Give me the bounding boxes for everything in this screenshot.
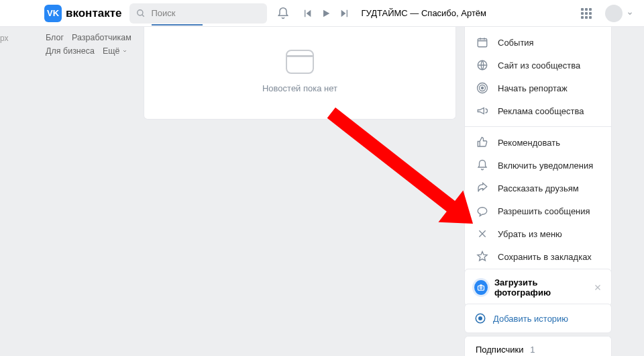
camera-icon xyxy=(474,280,488,295)
add-story-card[interactable]: Добавить историю xyxy=(464,304,612,333)
sidebar-item-label: События xyxy=(498,38,534,48)
thumbs-up-icon xyxy=(476,136,489,149)
subscribers-panel[interactable]: Подписчики 1 xyxy=(464,336,612,356)
sidebar-item-label: Рекомендовать xyxy=(498,138,560,148)
sidebar-item-label: Сайт из сообщества xyxy=(498,60,580,71)
svg-point-9 xyxy=(480,287,482,289)
apps-grid-icon[interactable] xyxy=(581,8,592,19)
logo-text: вконтакте xyxy=(66,7,121,20)
sidebar-item-recommend[interactable]: Рекомендовать xyxy=(465,131,611,154)
sidebar-item-label: Убрать из меню xyxy=(498,229,562,239)
play-icon xyxy=(321,8,331,19)
sidebar-item-label: Начать репортаж xyxy=(498,83,568,93)
globe-icon xyxy=(476,58,489,72)
calendar-icon xyxy=(476,36,489,49)
story-icon xyxy=(474,312,486,324)
sidebar-item-share[interactable]: Рассказать друзьям xyxy=(465,177,611,199)
next-track-button[interactable] xyxy=(335,4,354,23)
sidebar-item-ads[interactable]: Реклама сообщества xyxy=(465,99,611,122)
skip-forward-icon xyxy=(339,8,350,19)
sidebar-item-events[interactable]: События xyxy=(465,31,611,54)
pointer-arrow xyxy=(327,107,458,214)
logo[interactable]: VK вконтакте xyxy=(44,5,121,22)
prev-track-button[interactable] xyxy=(298,4,317,23)
chevron-down-icon xyxy=(627,10,633,17)
upload-photo-label: Загрузить фотографию xyxy=(494,277,587,298)
megaphone-icon xyxy=(476,104,489,118)
nav-blog[interactable]: Блог xyxy=(46,31,64,44)
x-icon xyxy=(476,227,489,240)
nav-developers[interactable]: Разработчикам xyxy=(72,31,131,44)
top-bar: VK вконтакте Поиск ГУДТАЙМС — Спасибо, А… xyxy=(0,0,644,27)
sidebar-item-label: Сохранить в закладках xyxy=(498,252,592,262)
profile-menu[interactable] xyxy=(605,5,633,22)
svg-rect-2 xyxy=(478,39,487,47)
divider xyxy=(465,126,611,127)
feed-panel: Новостей пока нет xyxy=(144,27,456,120)
star-icon xyxy=(476,250,489,263)
svg-point-0 xyxy=(138,9,143,15)
sidebar-item-remove-menu[interactable]: Убрать из меню xyxy=(465,222,611,245)
add-story-label: Добавить историю xyxy=(493,314,568,324)
sidebar-item-label: Реклама сообщества xyxy=(498,106,584,116)
chevron-down-icon xyxy=(122,48,127,54)
community-actions-panel: События Сайт из сообщества Начать репорт… xyxy=(464,27,612,298)
subscribers-count: 1 xyxy=(530,345,535,355)
logo-badge-icon: VK xyxy=(44,5,62,22)
search-placeholder: Поиск xyxy=(151,8,175,18)
sidebar-item-label: Рассказать друзьям xyxy=(498,183,579,193)
search-icon xyxy=(136,9,146,18)
sidebar-item-label: Включить уведомления xyxy=(498,161,593,171)
sidebar-item-site[interactable]: Сайт из сообщества xyxy=(465,54,611,77)
sidebar-item-label: Разрешить сообщения xyxy=(498,206,590,216)
avatar xyxy=(605,5,623,22)
empty-feed-icon xyxy=(286,50,314,74)
notifications-button[interactable] xyxy=(274,4,292,23)
share-icon xyxy=(476,181,489,195)
svg-line-1 xyxy=(142,14,144,16)
empty-feed-text: Новостей пока нет xyxy=(262,83,337,93)
skip-back-icon xyxy=(302,8,313,19)
bell-icon xyxy=(476,159,489,172)
close-icon xyxy=(594,283,602,292)
nav-business[interactable]: Для бизнеса xyxy=(46,44,95,58)
svg-point-4 xyxy=(482,87,484,89)
svg-point-11 xyxy=(479,317,482,320)
nav-more[interactable]: Ещё xyxy=(103,44,127,58)
footer-nav: Блог Разработчикам Для бизнеса Ещё xyxy=(46,31,131,58)
search-input[interactable]: Поиск xyxy=(129,3,267,24)
play-button[interactable] xyxy=(317,4,335,23)
now-playing-track[interactable]: ГУДТАЙМС — Спасибо, Артём xyxy=(361,8,486,18)
sidebar-item-messages[interactable]: Разрешить сообщения xyxy=(465,199,611,222)
subscribers-label: Подписчики xyxy=(476,345,524,355)
scroll-hint: рх xyxy=(0,34,9,43)
sidebar-item-notifications[interactable]: Включить уведомления xyxy=(465,154,611,177)
sidebar-item-broadcast[interactable]: Начать репортаж xyxy=(465,77,611,99)
close-button[interactable] xyxy=(594,283,602,292)
upload-photo-card[interactable]: Загрузить фотографию xyxy=(464,269,612,306)
sidebar-item-bookmark[interactable]: Сохранить в закладках xyxy=(465,245,611,268)
active-tab-underline xyxy=(152,24,203,26)
broadcast-icon xyxy=(476,81,489,95)
bell-icon xyxy=(276,7,290,20)
